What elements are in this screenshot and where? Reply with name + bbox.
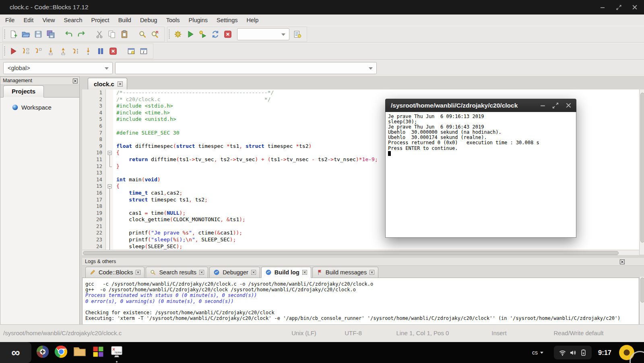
code-text: printf("sleep(%i);\n", SLEEP_SEC); <box>113 236 236 243</box>
line-number: 5 <box>82 116 106 123</box>
logs-tab-search-results[interactable]: Search results <box>146 267 208 278</box>
launcher-xterm-icon[interactable]: XTERM <box>109 345 124 360</box>
language-code: cs <box>532 349 538 356</box>
copy-icon[interactable] <box>106 28 119 41</box>
horizontal-scrollbar[interactable] <box>82 250 639 255</box>
menu-plugins[interactable]: Plugins <box>184 15 212 26</box>
stop-debugger-icon[interactable] <box>107 45 120 58</box>
logs-tab-debugger[interactable]: Debugger <box>209 267 260 278</box>
scope-combo[interactable]: <global> <box>3 62 113 74</box>
undo-icon[interactable] <box>63 28 76 41</box>
terminal-maximize-icon[interactable] <box>552 102 559 109</box>
menu-edit[interactable]: Edit <box>19 15 38 26</box>
next-instruction-icon[interactable] <box>70 45 83 58</box>
debugging-windows-icon[interactable] <box>126 45 138 58</box>
scrollbar-thumb[interactable] <box>83 251 619 255</box>
vertical-scrollbar[interactable] <box>639 89 644 255</box>
close-tab-icon[interactable] <box>302 270 307 275</box>
taskbar-clock[interactable]: 9:17 <box>598 342 611 363</box>
line-number: 17 <box>82 197 106 203</box>
fold-toggle-icon[interactable] <box>106 183 113 190</box>
fold-toggle-icon[interactable] <box>106 149 113 156</box>
minimize-icon[interactable] <box>599 4 606 11</box>
editor-tab-clock-c[interactable]: clock.c <box>88 78 127 90</box>
menu-debug[interactable]: Debug <box>136 15 162 26</box>
toolbar-grip[interactable] <box>4 46 6 56</box>
step-out-icon[interactable] <box>58 45 70 58</box>
terminal-minimize-icon[interactable] <box>539 102 546 109</box>
chrome-icon <box>54 345 68 360</box>
system-tray[interactable] <box>554 346 592 359</box>
line-number: 12 <box>82 163 106 170</box>
cut-icon[interactable] <box>94 28 106 41</box>
replace-icon[interactable]: R <box>149 28 162 41</box>
logs-tab-build-log[interactable]: Build log <box>261 267 311 278</box>
build-and-run-icon[interactable] <box>197 28 210 41</box>
abort-icon[interactable] <box>222 28 235 41</box>
step-into-instruction-icon[interactable] <box>83 45 95 58</box>
close-tab-icon[interactable] <box>369 270 374 275</box>
launcher-files-icon[interactable] <box>72 345 87 360</box>
menu-tools[interactable]: Tools <box>162 15 184 26</box>
search-results-icon <box>150 269 156 276</box>
build-target-icon[interactable] <box>292 28 304 41</box>
symbol-combo[interactable] <box>115 62 377 74</box>
workspace-tree-item[interactable]: Workspace <box>0 97 79 111</box>
close-tab-icon[interactable] <box>136 270 140 275</box>
redo-icon[interactable] <box>76 28 88 41</box>
menu-settings[interactable]: Settings <box>212 15 242 26</box>
launcher-chrome-icon[interactable] <box>54 345 68 360</box>
menu-project[interactable]: Project <box>87 15 114 26</box>
code-line: 1/*-------------------------------------… <box>82 89 639 96</box>
close-panel-icon[interactable] <box>620 259 625 264</box>
code-text <box>113 136 116 143</box>
menu-search[interactable]: Search <box>60 15 87 26</box>
terminal-titlebar[interactable]: /sysroot/home/wanbli/C/zdrojaky/c20/cloc… <box>385 99 576 112</box>
rebuild-icon[interactable] <box>210 28 222 41</box>
build-icon[interactable] <box>172 28 185 41</box>
toolbar-grip[interactable] <box>4 29 6 39</box>
terminal-output[interactable]: Je prave Thu Jun 6 09:16:13 2019sleep(30… <box>385 112 576 238</box>
run-to-cursor-icon[interactable] <box>20 45 33 58</box>
paste-icon[interactable] <box>119 28 131 41</box>
close-icon[interactable] <box>631 4 638 11</box>
menu-build[interactable]: Build <box>114 15 136 26</box>
next-line-icon[interactable] <box>33 45 45 58</box>
management-tabs: Projects <box>0 85 79 97</box>
close-panel-icon[interactable] <box>73 78 78 83</box>
new-file-icon[interactable] <box>8 28 20 41</box>
menu-view[interactable]: View <box>38 15 59 26</box>
language-indicator[interactable]: cs <box>532 342 543 363</box>
build-target-combo[interactable] <box>237 28 289 40</box>
save-all-icon[interactable] <box>45 28 58 41</box>
menu-help[interactable]: Help <box>242 15 263 26</box>
launcher-app-grid-icon[interactable] <box>91 345 105 360</box>
step-into-icon[interactable] <box>45 45 58 58</box>
logs-tab-code-blocks[interactable]: Code::Blocks <box>85 267 144 278</box>
scrollbar-thumb[interactable] <box>640 93 644 243</box>
tab-projects[interactable]: Projects <box>3 85 44 97</box>
restore-icon[interactable] <box>615 4 622 11</box>
svg-text:TERM: TERM <box>114 351 121 354</box>
save-icon[interactable] <box>33 28 45 41</box>
debug-continue-icon[interactable] <box>8 45 20 58</box>
line-number: 1 <box>82 89 106 96</box>
scrollbar-thumb[interactable] <box>640 278 644 303</box>
os-logo[interactable]: ∞ <box>0 342 31 363</box>
various-info-icon[interactable]: i <box>138 45 151 58</box>
open-file-icon[interactable] <box>20 28 33 41</box>
menu-file[interactable]: File <box>1 15 19 26</box>
toolbar-grip[interactable] <box>168 29 170 39</box>
log-scrollbar[interactable] <box>639 277 644 324</box>
close-tab-icon[interactable] <box>199 270 204 275</box>
close-tab-icon[interactable] <box>251 270 256 275</box>
volume-icon <box>569 349 577 357</box>
run-icon[interactable] <box>185 28 197 41</box>
launcher-app-center-icon[interactable] <box>35 345 50 360</box>
terminal-close-icon[interactable] <box>565 102 572 109</box>
line-number: 2 <box>82 96 106 103</box>
logs-tab-build-messages[interactable]: Build messages <box>312 267 378 278</box>
close-tab-icon[interactable] <box>118 81 123 87</box>
pause-icon[interactable] <box>95 45 107 58</box>
find-icon[interactable] <box>137 28 149 41</box>
